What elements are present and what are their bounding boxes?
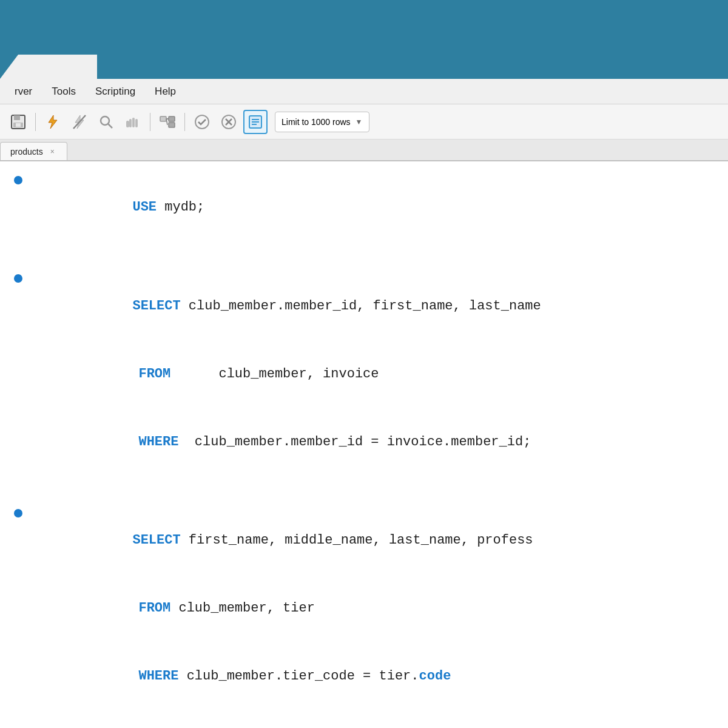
save-button[interactable]: [6, 110, 30, 134]
sql-line-select2: SELECT first_name, middle_name, last_nam…: [0, 507, 728, 575]
menu-scripting[interactable]: Scripting: [86, 82, 145, 101]
title-bar: [0, 0, 728, 79]
keyword-from-2: FROM: [138, 601, 170, 616]
sql-editor[interactable]: USE mydb; SELECT club_member.member_id, …: [0, 161, 728, 728]
find-button[interactable]: [94, 110, 118, 134]
toolbar-sep-3: [184, 113, 185, 131]
svg-rect-12: [126, 121, 129, 127]
where1-content: WHERE club_member.member_id = invoice.me…: [36, 408, 728, 476]
bullet-dot-icon-2: [14, 274, 22, 283]
svg-rect-1: [14, 115, 20, 120]
tab-products[interactable]: products ×: [0, 142, 67, 160]
app-container: rver Tools Scripting Help: [0, 0, 728, 728]
svg-rect-10: [132, 118, 135, 127]
bullet-dot-icon-3: [14, 509, 22, 517]
svg-marker-4: [49, 115, 57, 129]
stop-button[interactable]: [121, 110, 145, 134]
select1-cols: club_member.member_id, first_name, last_…: [181, 298, 541, 314]
svg-rect-16: [169, 123, 175, 127]
from2-tables: club_member, tier: [170, 601, 315, 616]
execute-button[interactable]: [41, 110, 65, 134]
toolbar-sep-1: [35, 113, 36, 131]
sql-block-1: USE mydb;: [0, 174, 728, 241]
sql-block-2: SELECT club_member.member_id, first_name…: [0, 272, 728, 476]
svg-rect-13: [160, 116, 166, 121]
where1-condition: club_member.member_id = invoice.member_i…: [178, 434, 531, 450]
svg-rect-3: [16, 123, 21, 127]
content-area: products × USE mydb;: [0, 140, 728, 728]
rollback-button[interactable]: [217, 110, 241, 134]
svg-line-17: [166, 119, 167, 125]
tab-bar: products ×: [0, 140, 728, 161]
empty-line-2: [0, 487, 728, 507]
line-bullet-where2: [0, 642, 36, 645]
svg-point-7: [101, 116, 109, 125]
select1-content: SELECT club_member.member_id, first_name…: [36, 272, 728, 340]
select2-content: SELECT first_name, middle_name, last_nam…: [36, 507, 728, 575]
from1-tables: club_member, invoice: [170, 366, 379, 382]
line-bullet-orderby: [0, 710, 36, 713]
menu-bar: rver Tools Scripting Help: [0, 79, 728, 104]
sql-line-from1: FROM club_member, invoice: [0, 340, 728, 408]
sql-block-3: SELECT first_name, middle_name, last_nam…: [0, 507, 728, 728]
keyword-code: code: [419, 669, 451, 684]
sql-line-select1: SELECT club_member.member_id, first_name…: [0, 272, 728, 340]
from1-content: FROM club_member, invoice: [36, 340, 728, 408]
tab-close-button[interactable]: ×: [48, 146, 57, 157]
from2-content: FROM club_member, tier: [36, 575, 728, 642]
format-button[interactable]: [243, 110, 268, 134]
line-bullet-1: [0, 174, 36, 184]
line-bullet-from1: [0, 340, 36, 342]
line-bullet-where1: [0, 408, 36, 411]
line-bullet-from2: [0, 575, 36, 577]
where2-condition: club_member.tier_code = tier.: [178, 669, 419, 684]
keyword-where-2: WHERE: [138, 669, 178, 684]
toolbar: Limit to 1000 rows ▼: [0, 104, 728, 140]
keyword-where-1: WHERE: [138, 434, 178, 450]
svg-point-18: [195, 115, 209, 129]
svg-rect-11: [135, 119, 138, 127]
tab-label: products: [10, 147, 43, 157]
empty-line-1: [0, 252, 728, 272]
use-value: mydb;: [157, 200, 204, 215]
orderby-content: ORDER BY last_name: [36, 710, 728, 728]
keyword-from-1: FROM: [138, 366, 170, 382]
sql-line-orderby: ORDER BY last_name: [0, 710, 728, 728]
keyword-select-2: SELECT: [132, 533, 180, 548]
sql-line-where2: WHERE club_member.tier_code = tier.code: [0, 642, 728, 710]
svg-rect-9: [129, 119, 132, 127]
connections-button[interactable]: [155, 110, 180, 134]
commit-button[interactable]: [190, 110, 214, 134]
limit-rows-label: Limit to 1000 rows: [281, 117, 351, 127]
line-bullet-2: [0, 272, 36, 283]
sql-line-where1: WHERE club_member.member_id = invoice.me…: [0, 408, 728, 476]
dropdown-arrow-icon: ▼: [356, 118, 363, 126]
limit-rows-dropdown[interactable]: Limit to 1000 rows ▼: [275, 112, 369, 132]
bullet-dot-icon: [14, 176, 22, 184]
menu-server[interactable]: rver: [5, 82, 42, 101]
menu-help[interactable]: Help: [145, 82, 186, 101]
line-bullet-3: [0, 507, 36, 517]
keyword-use: USE: [132, 200, 157, 215]
execute-current-button[interactable]: [67, 110, 92, 134]
toolbar-sep-2: [150, 113, 150, 131]
svg-line-8: [108, 124, 112, 128]
where2-content: WHERE club_member.tier_code = tier.code: [36, 642, 728, 710]
sql-line-use: USE mydb;: [0, 174, 728, 241]
svg-rect-14: [169, 116, 175, 121]
menu-tools[interactable]: Tools: [42, 82, 86, 101]
select2-cols: first_name, middle_name, last_name, prof…: [181, 533, 533, 548]
use-line-content: USE mydb;: [36, 174, 728, 241]
title-tab-curve: [0, 55, 97, 79]
keyword-select-1: SELECT: [132, 298, 180, 314]
sql-line-from2: FROM club_member, tier: [0, 575, 728, 642]
